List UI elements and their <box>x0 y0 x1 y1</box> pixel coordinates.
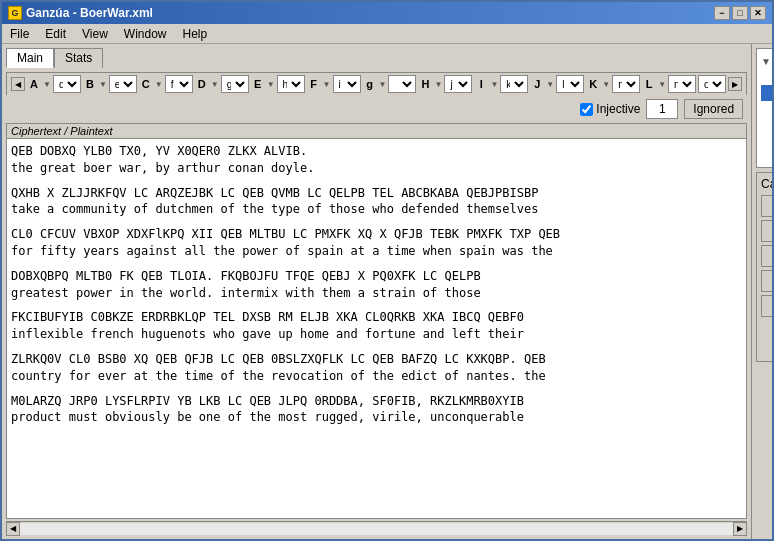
col-select-L[interactable]: n <box>668 75 696 93</box>
col-group-g: g ▼ <box>363 78 387 90</box>
main-content: Main Stats ◀ A ▼ d B ▼ e <box>2 44 772 539</box>
cipher-line-4: FKCIBUFYIB C0BKZE ERDRBKLQP TEL DXSB RM … <box>11 309 742 326</box>
caesar-box: Caesar Clear Identity Complete Reverse I… <box>756 172 772 362</box>
col-group-I: I ▼ <box>474 78 498 90</box>
col-group-F: F ▼ <box>307 78 331 90</box>
ignored-button[interactable]: Ignored <box>684 99 743 119</box>
injective-checkbox-group: Injective <box>580 102 640 116</box>
col-label-E: E <box>251 78 265 90</box>
text-block-2: CL0 CFCUV VBXOP XDXFlKPQ XII QEB MLTBU L… <box>11 226 742 260</box>
tree-item-caesar[interactable]: Caesar <box>761 85 772 101</box>
tree-item-mono2[interactable]: Monoalphabetic <box>761 101 772 117</box>
col-label-K: K <box>586 78 600 90</box>
text-block-4: FKCIBUFYIB C0BKZE ERDRBKLQP TEL DXSB RM … <box>11 309 742 343</box>
col-group-K: K ▼ <box>586 78 610 90</box>
menu-window[interactable]: Window <box>120 26 171 42</box>
expand-icon-ciphers: ▼ <box>761 56 771 67</box>
shift-row: ⇐ ⇒ <box>761 321 772 343</box>
tree-item-mono[interactable]: ▼ 📁 Monoalphabetic <box>761 69 772 85</box>
text-block-1: QXHB X ZLJJRKFQV LC ARQZEJBK LC QEB QVMB… <box>11 185 742 219</box>
col-group-E: E ▼ <box>251 78 275 90</box>
col-select-B[interactable]: e <box>109 75 137 93</box>
column-headers-row: ◀ A ▼ d B ▼ e C ▼ <box>6 72 747 95</box>
cipher-line-5: ZLRKQ0V CL0 BSB0 XQ QEB QFJB LC QEB 0BSL… <box>11 351 742 368</box>
clear-button[interactable]: Clear <box>761 195 772 217</box>
col-label-L: L <box>642 78 656 90</box>
col-group-H: H ▼ <box>418 78 442 90</box>
text-block-0: QEB DOBXQ YLB0 TX0, YV X0QER0 ZLKX ALVIB… <box>11 143 742 177</box>
col-select-extra[interactable]: o <box>698 75 726 93</box>
invert-button[interactable]: Invert <box>761 295 772 317</box>
col-label-B: B <box>83 78 97 90</box>
col-label-F: F <box>307 78 321 90</box>
scroll-h-right-button[interactable]: ▶ <box>733 522 747 536</box>
cipher-line-0: QEB DOBXQ YLB0 TX0, YV X0QER0 ZLKX ALVIB… <box>11 143 742 160</box>
close-button[interactable]: ✕ <box>750 6 766 20</box>
text-area-scroll[interactable]: QEB DOBXQ YLB0 TX0, YV X0QER0 ZLKX ALVIB… <box>7 139 746 518</box>
col-select-I[interactable]: k <box>500 75 528 93</box>
left-panel: Main Stats ◀ A ▼ d B ▼ e <box>2 44 751 539</box>
injective-checkbox[interactable] <box>580 103 593 116</box>
identity-button[interactable]: Identity <box>761 220 772 242</box>
complete-button[interactable]: Complete <box>761 245 772 267</box>
plain-line-6: product must obviously be one of the mos… <box>11 409 742 426</box>
tree-view[interactable]: ▼ 📁 Ciphers ▼ 📁 Monoalphabetic Caesar <box>756 48 772 168</box>
maximize-button[interactable]: □ <box>732 6 748 20</box>
minimize-button[interactable]: − <box>714 6 730 20</box>
number-input[interactable] <box>646 99 678 119</box>
scroll-h-track[interactable] <box>20 523 733 535</box>
tree-item-ciphers[interactable]: ▼ 📁 Ciphers <box>761 53 772 69</box>
scroll-right-button[interactable]: ▶ <box>728 77 742 91</box>
menu-help[interactable]: Help <box>179 26 212 42</box>
right-spacer <box>756 366 772 535</box>
col-select-D[interactable]: g <box>221 75 249 93</box>
col-select-K[interactable]: m <box>612 75 640 93</box>
col-group-A: A ▼ <box>27 78 51 90</box>
tab-bar: Main Stats <box>6 48 747 68</box>
col-label-A: A <box>27 78 41 90</box>
plain-line-2: for fifty years against all the power of… <box>11 243 742 260</box>
menu-file[interactable]: File <box>6 26 33 42</box>
text-block-3: DOBXQBPQ MLTB0 FK QEB TLOIA. FKQBOJFU TF… <box>11 268 742 302</box>
text-area-container: Ciphertext / Plaintext QEB DOBXQ YLB0 TX… <box>6 123 747 519</box>
right-panel: ▼ 📁 Ciphers ▼ 📁 Monoalphabetic Caesar <box>751 44 772 539</box>
col-select-J[interactable]: l <box>556 75 584 93</box>
app-icon: G <box>8 6 22 20</box>
cipher-line-2: CL0 CFCUV VBXOP XDXFlKPQ XII QEB MLTBU L… <box>11 226 742 243</box>
col-select-E[interactable]: h <box>277 75 305 93</box>
menu-view[interactable]: View <box>78 26 112 42</box>
col-label-C: C <box>139 78 153 90</box>
cipher-line-1: QXHB X ZLJJRKFQV LC ARQZEJBK LC QEB QVMB… <box>11 185 742 202</box>
tab-stats[interactable]: Stats <box>54 48 103 68</box>
window-title: Ganzúa - BoerWar.xml <box>26 6 153 20</box>
tree-item-poly[interactable]: ▶ 📁 Polyalphabetic <box>761 117 772 133</box>
col-group-C: C ▼ <box>139 78 163 90</box>
col-select-F[interactable]: i <box>333 75 361 93</box>
col-group-J: J ▼ <box>530 78 554 90</box>
caesar-box-title: Caesar <box>761 177 772 191</box>
menu-edit[interactable]: Edit <box>41 26 70 42</box>
plain-line-0: the great boer war, by arthur conan doyl… <box>11 160 742 177</box>
scroll-h-left-button[interactable]: ◀ <box>6 522 20 536</box>
scroll-left-button[interactable]: ◀ <box>11 77 25 91</box>
menu-bar: File Edit View Window Help <box>2 24 772 44</box>
col-select-g[interactable] <box>388 75 416 93</box>
col-select-H[interactable]: j <box>444 75 472 93</box>
reverse-button[interactable]: Reverse <box>761 270 772 292</box>
cipher-controls-row: Injective Ignored <box>6 97 747 121</box>
plain-line-1: take a community of dutchmen of the type… <box>11 201 742 218</box>
col-label-J: J <box>530 78 544 90</box>
cipher-line-3: DOBXQBPQ MLTB0 FK QEB TLOIA. FKQBOJFU TF… <box>11 268 742 285</box>
col-select-C[interactable]: f <box>165 75 193 93</box>
col-select-A[interactable]: d <box>53 75 81 93</box>
horizontal-scrollbar: ◀ ▶ <box>6 521 747 535</box>
tab-main[interactable]: Main <box>6 48 54 68</box>
text-block-6: M0LARZQ JRP0 LYSFLRPIV YB LKB LC QEB JLP… <box>11 393 742 427</box>
text-area-label: Ciphertext / Plaintext <box>7 124 746 139</box>
title-bar-left: G Ganzúa - BoerWar.xml <box>8 6 153 20</box>
col-group-B: B ▼ <box>83 78 107 90</box>
col-label-g: g <box>363 78 377 90</box>
shift-label: Shift <box>761 345 772 357</box>
caesar-buttons: Clear Identity Complete Reverse Invert <box>761 195 772 317</box>
plain-line-4: inflexible french huguenots who gave up … <box>11 326 742 343</box>
